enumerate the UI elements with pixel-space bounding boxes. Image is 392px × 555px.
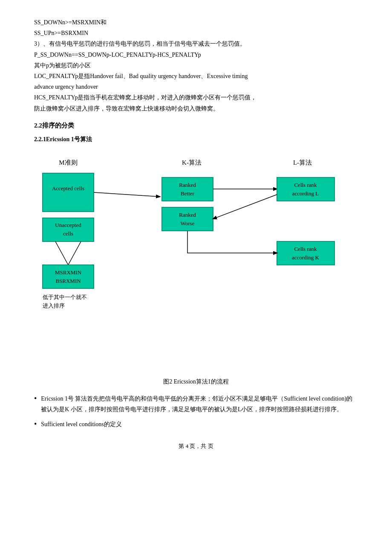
para-line-8: HCS_PENALTYp是指当手机在宏蜂窝上移动时，对进入的微蜂窝小区有一个惩罚… <box>34 92 358 103</box>
section-heading: 2.2排序的分类 <box>34 122 358 130</box>
cells-rank-k-label2: according K <box>292 254 320 261</box>
footer: 第 4 页，共 页 <box>34 442 358 450</box>
accepted-cells-box <box>43 173 94 212</box>
para-line-7: advance urgency handover <box>34 81 358 92</box>
svg-line-2 <box>94 192 160 197</box>
cells-rank-k-box <box>277 241 334 265</box>
bullet-text-1: Ericssion 1号 算法首先把信号电平高的和信号电平低的分离开来；邻近小区… <box>41 393 358 415</box>
ranked-worse-label1: Ranked <box>179 212 196 218</box>
cells-rank-l-label1: Cells rank <box>294 182 317 188</box>
accepted-cells-label: Accepted cells <box>52 185 84 192</box>
svg-line-4 <box>213 195 277 219</box>
svg-line-0 <box>55 241 68 265</box>
label-l: L-算法 <box>293 159 312 166</box>
sub-heading: 2.2.1Ericssion 1号算法 <box>34 136 358 143</box>
bullet-item-1: • Ericssion 1号 算法首先把信号电平高的和信号电平低的分离开来；邻近… <box>34 393 358 415</box>
note-line2: 进入排序 <box>43 302 65 309</box>
label-m: M准则 <box>59 159 77 166</box>
unaccepted-label-2: cells <box>63 230 73 237</box>
svg-line-1 <box>68 241 81 265</box>
cells-rank-l-label2: according L <box>292 190 319 197</box>
unaccepted-label-1: Unaccepted <box>55 222 81 228</box>
para-line-4: P_SS_DOWNn==SS_DOWNp-LOC_PENALTYp-HCS_PE… <box>34 49 358 60</box>
ranked-better-label1: Ranked <box>179 182 196 188</box>
bullet-text-2: Sufficient level conditions的定义 <box>41 419 122 430</box>
ranked-better-label2: Better <box>181 190 194 197</box>
para-line-9: 防止微蜂窝小区进入排序，导致在宏蜂窝上快速移动时会切入微蜂窝。 <box>34 103 358 114</box>
cells-rank-l-box <box>277 177 334 201</box>
ranked-worse-box <box>162 207 213 231</box>
para-line-2: SS_UPn>=BSRXMIN <box>34 28 358 38</box>
note-line1: 低于其中一个就不 <box>43 294 87 300</box>
bsrxmin-label: BSRXMIN <box>55 278 81 284</box>
cells-rank-k-label1: Cells rank <box>294 246 317 252</box>
para-line-1: SS_DOWNn>=MSRXMIN和 <box>34 17 358 28</box>
msrxmin-label: MSRXMIN <box>55 269 82 276</box>
label-k: K-算法 <box>182 159 202 166</box>
ranked-worse-label2: Worse <box>181 220 195 227</box>
bullet-dot-1: • <box>34 393 37 404</box>
para-line-6: LOC_PENALTYp是指Handover fail、Bad quality … <box>34 71 358 81</box>
msrxmin-box <box>43 265 94 288</box>
bullet-item-2: • Sufficient level conditions的定义 <box>34 419 358 430</box>
paragraph-1: SS_DOWNn>=MSRXMIN和 SS_UPn>=BSRXMIN 3）、有信… <box>34 17 358 114</box>
bullet-dot-2: • <box>34 419 37 430</box>
diagram-caption: 图2 Ericssion算法1的流程 <box>34 378 358 386</box>
para-line-5: 其中p为被惩罚的小区 <box>34 60 358 71</box>
para-line-3: 3）、有信号电平惩罚的进行信号电平的惩罚，相当于信号电平减去一个惩罚值。 <box>34 38 358 49</box>
ranked-better-box <box>162 177 213 201</box>
diagram: M准则 K-算法 L-算法 Accepted cells Unaccepted … <box>34 152 358 374</box>
